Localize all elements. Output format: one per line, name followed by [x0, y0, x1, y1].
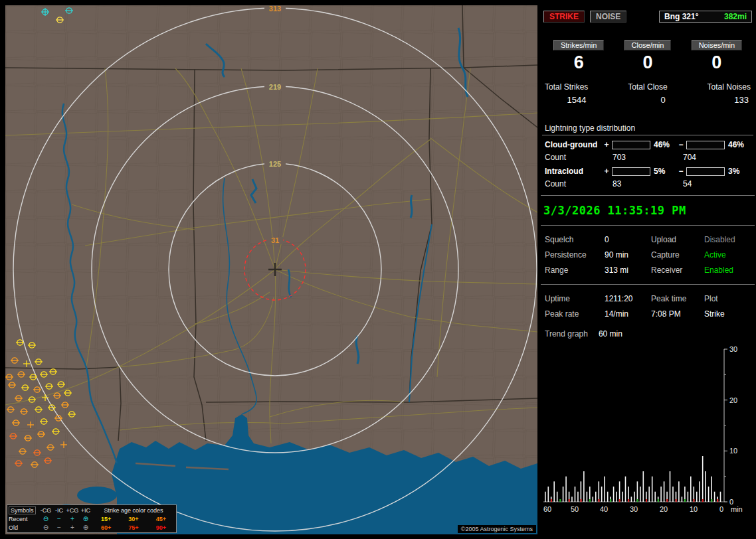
legend-col-ic-pos: +IC — [79, 507, 92, 514]
lightning-monitor-app: 313 219 125 31 Symbols -CG -IC +CG +IC S… — [0, 0, 756, 539]
distribution-title: Lightning type distribution — [542, 123, 753, 135]
ic-neg-old-icon: − — [52, 524, 66, 531]
close-per-min-label: Close/min — [624, 40, 672, 50]
map-legend: Symbols -CG -IC +CG +IC Strike age color… — [7, 504, 177, 533]
age-60: 60+ — [101, 524, 111, 531]
strikes-per-min-label: Strikes/min — [553, 40, 604, 50]
copyright: ©2005 Astrogenic Systems — [458, 525, 536, 533]
bearing-label: Bng 321° — [664, 12, 698, 21]
total-close: Total Close 0 — [628, 82, 667, 105]
ic-pos-old-icon: ⊕ — [79, 524, 92, 531]
total-strikes: Total Strikes 1544 — [545, 82, 588, 105]
bearing-value: 382mi — [724, 12, 747, 21]
svg-text:50: 50 — [571, 505, 579, 513]
ring-label-125: 125 — [269, 160, 281, 168]
rate-counters: Strikes/min 6 Close/min 0 Noises/min 0 — [539, 40, 756, 73]
age-45: 45+ — [156, 516, 166, 522]
ic-pos-bar — [612, 167, 650, 176]
strike-indicator[interactable]: STRIKE — [543, 11, 585, 23]
total-counters: Total Strikes 1544 Total Close 0 Total N… — [539, 82, 756, 105]
ring-label-31: 31 — [271, 236, 279, 244]
receiver-status: Enabled — [704, 266, 756, 275]
legend-recent-label: Recent — [9, 516, 39, 522]
noises-per-min: Noises/min 0 — [683, 40, 751, 73]
map-canvas: 313 219 125 31 — [5, 5, 537, 534]
indicator-bar: STRIKE NOISE Bng 321° 382mi — [543, 11, 752, 23]
svg-text:10: 10 — [690, 505, 698, 513]
svg-text:min: min — [731, 505, 743, 513]
cg-neg-old-icon: ⊖ — [39, 524, 52, 531]
bearing-box: Bng 321° 382mi — [659, 11, 752, 23]
divider — [541, 284, 755, 285]
svg-text:0: 0 — [719, 505, 723, 513]
cloud-ground-row: Cloud-ground + 46% − 46% — [545, 140, 756, 149]
minus-sign: − — [678, 167, 684, 176]
legend-col-cg-pos: +CG — [66, 507, 79, 514]
svg-text:40: 40 — [600, 505, 608, 513]
age-30: 30+ — [128, 516, 138, 522]
ring-label-313: 313 — [269, 5, 281, 13]
total-noises: Total Noises 133 — [708, 82, 751, 105]
age-15: 15+ — [101, 516, 111, 522]
ic-pos-icon: ⊕ — [79, 516, 92, 522]
trend-header: Trend graph 60 min — [539, 321, 756, 339]
ic-neg-bar — [686, 167, 725, 176]
strikes-per-min: Strikes/min 6 — [545, 40, 613, 73]
cg-neg-bar — [686, 141, 725, 149]
plus-sign: + — [603, 140, 610, 149]
noise-indicator[interactable]: NOISE — [590, 11, 626, 23]
svg-text:30: 30 — [729, 346, 737, 353]
trend-window: 60 min — [599, 329, 622, 339]
legend-col-ic-neg: -IC — [52, 507, 66, 514]
divider — [541, 225, 755, 226]
legend-symbols-title: Symbols — [9, 506, 36, 514]
cg-pos-bar — [612, 141, 650, 149]
plus-sign: + — [603, 167, 610, 176]
strikes-per-min-value: 6 — [574, 52, 584, 73]
cg-pos-old-icon: + — [66, 524, 79, 531]
close-per-min: Close/min 0 — [614, 40, 682, 73]
legend-col-cg-neg: -CG — [39, 507, 52, 514]
trend-graph: 30201006050403020100min — [543, 346, 756, 518]
age-90: 90+ — [156, 524, 166, 531]
age-75: 75+ — [128, 524, 138, 531]
svg-text:20: 20 — [729, 396, 737, 404]
svg-text:10: 10 — [729, 447, 737, 455]
cg-pos-icon: + — [66, 516, 79, 522]
clock: 3/3/2026 11:35:19 PM — [539, 202, 756, 218]
svg-text:30: 30 — [630, 505, 638, 513]
intracloud-row: Intracloud + 5% − 3% — [545, 167, 756, 176]
intracloud-counts: Count 83 54 — [545, 179, 756, 189]
upload-status: Disabled — [704, 235, 756, 244]
minus-sign: − — [678, 140, 684, 149]
close-per-min-value: 0 — [642, 52, 652, 73]
stats-table: Uptime 1211:20 Peak time Plot Peak rate … — [539, 291, 756, 321]
legend-age-title: Strike age color codes — [92, 507, 175, 514]
cg-neg-icon: ⊖ — [39, 516, 52, 522]
status-panel: STRIKE NOISE Bng 321° 382mi Strikes/min … — [539, 0, 756, 539]
lightning-map[interactable]: 313 219 125 31 Symbols -CG -IC +CG +IC S… — [5, 5, 537, 534]
noises-per-min-value: 0 — [711, 52, 721, 73]
capture-status: Active — [704, 250, 756, 260]
svg-text:20: 20 — [660, 505, 668, 513]
noises-per-min-label: Noises/min — [692, 40, 742, 50]
legend-old-label: Old — [9, 524, 39, 531]
svg-text:60: 60 — [543, 505, 551, 513]
cloud-ground-counts: Count 703 704 — [545, 153, 756, 162]
divider — [541, 195, 755, 196]
ic-neg-icon: − — [52, 516, 66, 522]
trend-label: Trend graph — [545, 329, 588, 339]
ring-label-219: 219 — [269, 83, 281, 91]
settings-table: Squelch 0 Upload Disabled Persistence 90… — [539, 232, 756, 277]
